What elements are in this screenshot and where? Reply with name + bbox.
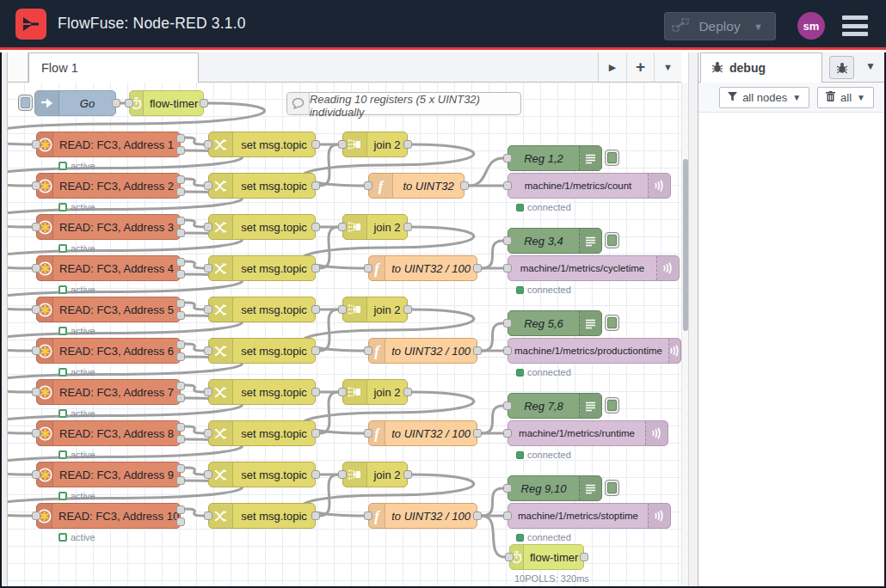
node-timer_bot[interactable]: flow-timer bbox=[509, 544, 584, 570]
output-port-1[interactable] bbox=[176, 217, 185, 225]
node-join4[interactable]: join 2 bbox=[342, 379, 408, 405]
input-port[interactable] bbox=[338, 140, 347, 149]
output-port-2[interactable] bbox=[176, 394, 185, 402]
node-reg3[interactable]: Reg 5,6 bbox=[508, 310, 602, 336]
node-read3[interactable]: READ: FC3, Address 3 bbox=[36, 214, 181, 240]
input-port[interactable] bbox=[204, 470, 212, 479]
node-set2[interactable]: set msg.topic bbox=[208, 173, 316, 199]
node-set10[interactable]: set msg.topic bbox=[208, 503, 316, 529]
wire[interactable] bbox=[185, 468, 204, 475]
wire[interactable] bbox=[185, 509, 204, 516]
tab-flow-1[interactable]: Flow 1 bbox=[28, 52, 199, 83]
output-port[interactable] bbox=[403, 470, 412, 479]
input-port[interactable] bbox=[32, 429, 40, 438]
node-read9[interactable]: READ: FC3, Address 9 bbox=[36, 462, 181, 487]
output-port[interactable] bbox=[311, 388, 320, 396]
output-port-1[interactable] bbox=[176, 299, 185, 308]
node-button[interactable] bbox=[18, 95, 33, 111]
tab-scroll-right-icon[interactable]: ▶ bbox=[599, 52, 626, 82]
node-read8[interactable]: READ: FC3, Address 8 bbox=[36, 420, 181, 446]
output-port[interactable] bbox=[473, 346, 482, 355]
input-port[interactable] bbox=[503, 181, 512, 190]
input-port[interactable] bbox=[503, 346, 512, 355]
wire[interactable] bbox=[185, 303, 204, 309]
output-port-2[interactable] bbox=[176, 311, 185, 320]
input-port[interactable] bbox=[338, 388, 347, 396]
wire[interactable] bbox=[185, 385, 204, 392]
wire[interactable] bbox=[482, 323, 503, 351]
input-port[interactable] bbox=[204, 305, 212, 314]
node-set8[interactable]: set msg.topic bbox=[208, 420, 316, 446]
output-port[interactable] bbox=[473, 511, 482, 520]
input-port[interactable] bbox=[32, 470, 40, 479]
input-port[interactable] bbox=[204, 429, 212, 438]
input-port[interactable] bbox=[204, 140, 212, 149]
node-set9[interactable]: set msg.topic bbox=[208, 462, 316, 487]
wire[interactable] bbox=[185, 261, 204, 268]
input-port[interactable] bbox=[338, 305, 347, 314]
output-port[interactable] bbox=[311, 511, 320, 520]
node-mq3[interactable]: machine/1/metrics/productiontime bbox=[508, 338, 681, 364]
wire[interactable] bbox=[185, 344, 204, 351]
wire[interactable] bbox=[482, 241, 503, 268]
node-button[interactable] bbox=[605, 315, 619, 331]
deploy-chevron-down-icon[interactable]: ▼ bbox=[748, 21, 768, 32]
node-mq5[interactable]: machine/1/metrics/stoptime bbox=[508, 503, 671, 529]
node-read6[interactable]: READ: FC3, Address 6 bbox=[36, 338, 181, 364]
output-port[interactable] bbox=[473, 264, 482, 273]
output-port[interactable] bbox=[311, 181, 320, 190]
input-port[interactable] bbox=[503, 319, 512, 328]
output-port[interactable] bbox=[311, 140, 320, 149]
output-port-1[interactable] bbox=[176, 340, 185, 349]
node-read7[interactable]: READ: FC3, Address 7 bbox=[36, 379, 181, 405]
input-port[interactable] bbox=[338, 470, 347, 479]
input-port[interactable] bbox=[32, 346, 40, 355]
output-port-1[interactable] bbox=[176, 464, 185, 473]
output-port-1[interactable] bbox=[176, 175, 185, 184]
node-read2[interactable]: READ: FC3, Address 2 bbox=[36, 173, 181, 199]
output-port[interactable] bbox=[112, 99, 120, 107]
wire[interactable] bbox=[482, 406, 503, 433]
input-port[interactable] bbox=[364, 181, 372, 190]
wire[interactable] bbox=[320, 392, 338, 433]
input-port[interactable] bbox=[32, 305, 40, 314]
flow-list-chevron-down-icon[interactable]: ▼ bbox=[654, 52, 681, 82]
input-port[interactable] bbox=[32, 140, 40, 149]
input-port[interactable] bbox=[364, 346, 372, 355]
input-port[interactable] bbox=[32, 388, 40, 396]
node-comment[interactable]: Reading 10 registers (5 x UINT32) indivi… bbox=[286, 92, 521, 115]
node-reg1[interactable]: Reg 1,2 bbox=[508, 145, 602, 171]
node-read4[interactable]: READ: FC3, Address 4 bbox=[36, 255, 181, 281]
output-port-2[interactable] bbox=[176, 229, 185, 237]
input-port[interactable] bbox=[503, 264, 512, 273]
output-port[interactable] bbox=[403, 223, 412, 231]
wire[interactable] bbox=[482, 488, 503, 516]
output-port-2[interactable] bbox=[176, 476, 185, 485]
node-set5[interactable]: set msg.topic bbox=[208, 297, 316, 322]
node-timer_top[interactable]: flow-timer bbox=[129, 90, 204, 116]
input-port[interactable] bbox=[338, 223, 347, 231]
output-port[interactable] bbox=[311, 470, 320, 479]
node-mq2[interactable]: machine/1/metrics/cycletime bbox=[508, 255, 680, 281]
node-button[interactable] bbox=[605, 397, 619, 413]
input-port[interactable] bbox=[505, 553, 514, 561]
input-port[interactable] bbox=[204, 511, 212, 520]
input-port[interactable] bbox=[32, 264, 40, 273]
wire[interactable] bbox=[185, 426, 204, 433]
input-port[interactable] bbox=[32, 511, 40, 520]
user-avatar[interactable]: sm bbox=[797, 12, 825, 40]
output-port[interactable] bbox=[311, 429, 320, 438]
node-func1[interactable]: fto UINT32 bbox=[368, 173, 465, 199]
output-port[interactable] bbox=[200, 99, 208, 107]
debug-sidebar-bug-button[interactable] bbox=[829, 56, 854, 79]
wire[interactable] bbox=[469, 158, 503, 186]
output-port-1[interactable] bbox=[176, 258, 185, 266]
output-port[interactable] bbox=[403, 140, 412, 149]
canvas-vertical-scrollbar[interactable] bbox=[681, 83, 688, 586]
wire[interactable] bbox=[320, 309, 338, 351]
node-func5[interactable]: fto UINT32 / 100 bbox=[368, 503, 477, 529]
node-button[interactable] bbox=[605, 232, 619, 248]
output-port-2[interactable] bbox=[176, 187, 185, 196]
node-join3[interactable]: join 2 bbox=[342, 297, 408, 322]
input-port[interactable] bbox=[364, 429, 372, 438]
